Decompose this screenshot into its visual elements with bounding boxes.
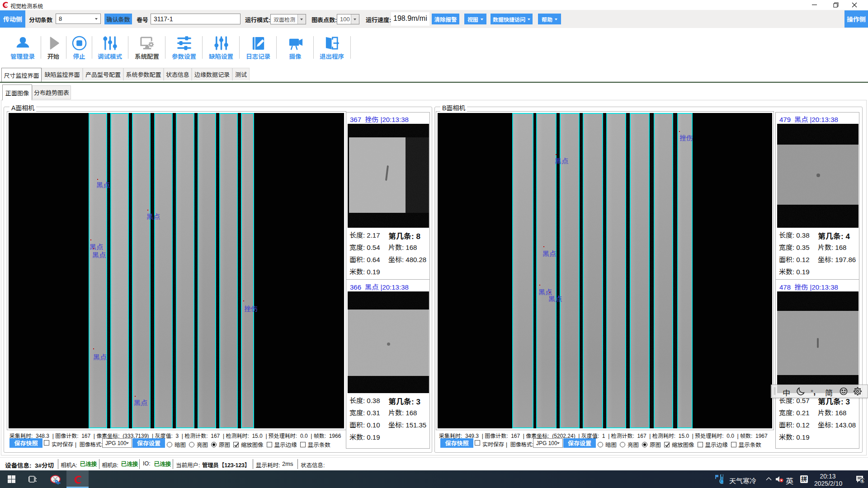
svg-text:6: 6	[861, 479, 863, 483]
